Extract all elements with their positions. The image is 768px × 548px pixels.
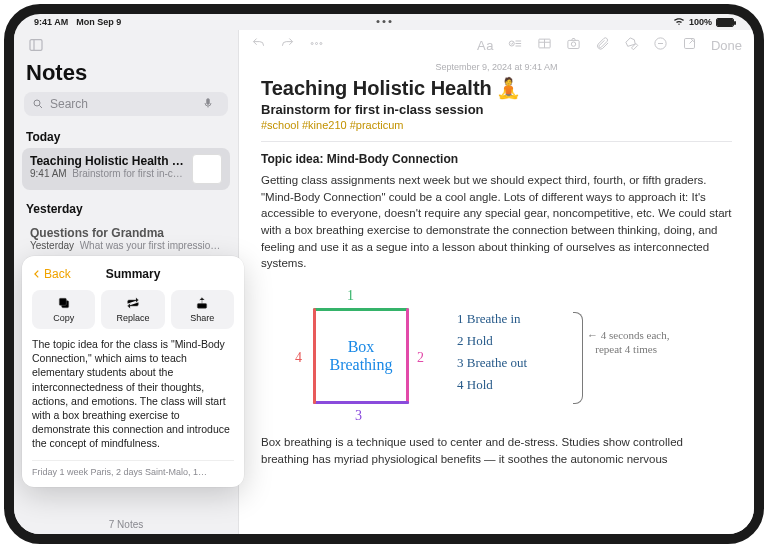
status-date: Mon Sep 9 xyxy=(76,17,121,27)
checklist-icon[interactable] xyxy=(508,36,523,55)
svg-rect-4 xyxy=(207,98,210,104)
breathing-box: BoxBreathing xyxy=(313,308,409,404)
sidebar-toggle-icon[interactable] xyxy=(24,33,48,57)
edge-label-4: 4 xyxy=(295,350,302,366)
note-body[interactable]: Teaching Holistic Health🧘 Brainstorm for… xyxy=(239,72,754,467)
chevron-left-icon xyxy=(32,269,42,279)
battery-percent: 100% xyxy=(689,17,712,27)
svg-rect-0 xyxy=(30,40,42,51)
text-style-button[interactable]: Aa xyxy=(477,38,494,53)
note-thumbnail xyxy=(192,154,222,184)
note-subheading: Brainstorm for first in-class session xyxy=(261,102,732,117)
editor-toolbar: Aa Done xyxy=(239,30,754,60)
more-icon[interactable] xyxy=(309,36,324,55)
search-placeholder: Search xyxy=(50,97,88,111)
section-yesterday: Yesterday xyxy=(14,196,238,220)
divider xyxy=(261,141,732,142)
screen: 9:41 AM Mon Sep 9 100% Notes xyxy=(14,14,754,534)
copy-button[interactable]: Copy xyxy=(32,290,95,329)
note-item-grandma[interactable]: Questions for Grandma Yesterday What was… xyxy=(22,220,230,257)
svg-point-11 xyxy=(509,41,514,46)
note-preview: Yesterday What was your first impression… xyxy=(30,240,222,251)
svg-point-10 xyxy=(320,42,322,44)
paragraph-2: Box breathing is a technique used to cen… xyxy=(261,434,732,467)
note-title: Questions for Grandma xyxy=(30,226,222,240)
markup-icon[interactable] xyxy=(624,36,639,55)
new-note-icon[interactable] xyxy=(682,36,697,55)
ruler-icon[interactable] xyxy=(653,36,668,55)
attachment-icon[interactable] xyxy=(595,36,610,55)
undo-icon[interactable] xyxy=(251,36,266,55)
popover-next-note-preview: Friday 1 week Paris, 2 days Saint-Malo, … xyxy=(32,460,234,477)
replace-button[interactable]: Replace xyxy=(101,290,164,329)
multitask-dots[interactable] xyxy=(377,20,392,23)
svg-point-9 xyxy=(316,42,318,44)
svg-point-2 xyxy=(34,100,40,106)
search-input[interactable]: Search xyxy=(24,92,228,116)
wifi-icon xyxy=(673,18,685,26)
note-heading: Teaching Holistic Health🧘 xyxy=(261,76,732,100)
share-button[interactable]: Share xyxy=(171,290,234,329)
svg-point-19 xyxy=(571,41,575,45)
svg-rect-7 xyxy=(198,304,207,309)
edge-label-1: 1 xyxy=(347,288,354,304)
share-icon xyxy=(195,296,209,310)
svg-line-3 xyxy=(40,106,43,109)
diagram-caption: ← 4 seconds each, repeat 4 times xyxy=(587,328,669,357)
search-icon xyxy=(32,98,44,110)
summary-popover: Back Summary Copy Replace xyxy=(22,256,244,487)
paragraph-1: Getting class assignments next week but … xyxy=(261,172,732,272)
status-bar: 9:41 AM Mon Sep 9 100% xyxy=(14,14,754,30)
topic-heading: Topic idea: Mind-Body Connection xyxy=(261,152,732,166)
svg-rect-6 xyxy=(59,298,66,305)
box-breathing-diagram: BoxBreathing 1 2 3 4 1 Breathe in 2 Hold… xyxy=(267,286,732,426)
sidebar-title: Notes xyxy=(14,60,238,92)
done-button[interactable]: Done xyxy=(711,38,742,53)
edge-label-3: 3 xyxy=(355,408,362,424)
note-tags[interactable]: #school #kine210 #practicum xyxy=(261,119,732,131)
brace-icon xyxy=(573,312,583,404)
breathing-steps: 1 Breathe in 2 Hold 3 Breathe out 4 Hold xyxy=(457,308,527,396)
notes-count: 7 Notes xyxy=(14,519,238,530)
copy-icon xyxy=(57,296,71,310)
status-time: 9:41 AM xyxy=(34,17,68,27)
popover-title: Summary xyxy=(106,267,161,281)
box-label: BoxBreathing xyxy=(313,308,409,404)
section-today: Today xyxy=(14,124,238,148)
popover-back-button[interactable]: Back xyxy=(32,267,71,281)
note-item-teaching[interactable]: Teaching Holistic Health 🧘 9:41 AM Brain… xyxy=(22,148,230,190)
note-datestamp: September 9, 2024 at 9:41 AM xyxy=(239,62,754,72)
redo-icon[interactable] xyxy=(280,36,295,55)
battery-icon xyxy=(716,18,734,27)
replace-icon xyxy=(126,296,140,310)
dictate-icon[interactable] xyxy=(202,97,220,112)
notes-sidebar: Notes Search Today Teaching Holistic Hea… xyxy=(14,30,239,534)
svg-point-8 xyxy=(311,42,313,44)
edge-label-2: 2 xyxy=(417,350,424,366)
summary-text: The topic idea for the class is "Mind-Bo… xyxy=(32,337,234,450)
ipad-frame: 9:41 AM Mon Sep 9 100% Notes xyxy=(4,4,764,544)
note-editor: Aa Done September 9, 2024 at 9:41 AM xyxy=(239,30,754,534)
table-icon[interactable] xyxy=(537,36,552,55)
camera-icon[interactable] xyxy=(566,36,581,55)
note-title: Teaching Holistic Health 🧘 xyxy=(30,154,184,168)
note-preview: 9:41 AM Brainstorm for first in-cla… xyxy=(30,168,184,179)
